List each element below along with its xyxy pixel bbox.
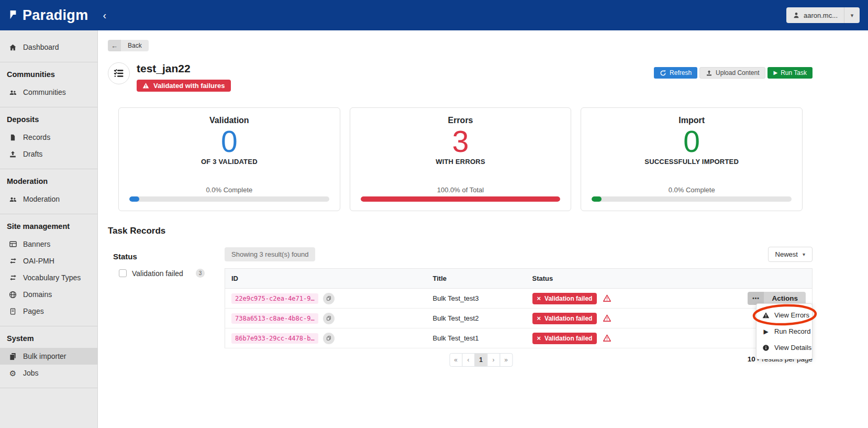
run-task-button[interactable]: ▶ Run Task: [767, 67, 813, 79]
refresh-label: Refresh: [670, 69, 692, 76]
sidebar-item-domains[interactable]: Domains: [0, 286, 97, 303]
sidebar-item-dashboard[interactable]: Dashboard: [0, 39, 97, 56]
column-header-actions: [741, 269, 812, 289]
filters-panel: Status Validation failed 3: [108, 247, 225, 369]
copy-id-button[interactable]: [323, 313, 335, 324]
menu-item-view-errors[interactable]: View Errors: [756, 307, 812, 323]
sidebar: Dashboard Communities Communities Deposi…: [0, 30, 98, 428]
sidebar-item-pages[interactable]: Pages: [0, 303, 97, 320]
copy-id-button[interactable]: [323, 333, 335, 344]
menu-item-label: View Errors: [774, 311, 809, 319]
back-arrow-icon: ←: [108, 40, 121, 51]
sidebar-item-moderation[interactable]: Moderation: [0, 191, 97, 207]
results-summary: Showing 3 result(s) found: [225, 247, 315, 261]
per-page-count-dropdown[interactable]: 10: [748, 355, 755, 363]
sidebar-item-records[interactable]: Records: [0, 129, 97, 146]
sidebar-item-bulk-importer[interactable]: Bulk importer: [0, 348, 97, 365]
record-id-link[interactable]: 86b7e933-29cc-4478-b…: [231, 333, 318, 344]
sidebar-section-moderation: Moderation: [0, 169, 97, 191]
status-label: Validation failed: [544, 315, 592, 322]
user-caret-icon[interactable]: ▾: [844, 7, 860, 23]
paradigm-logo-icon: [8, 9, 18, 21]
pagination-first-button[interactable]: «: [449, 353, 462, 367]
page-icon: [8, 307, 17, 315]
status-badge-label: Validated with failures: [153, 82, 225, 90]
import-card: Import 0 SUCCESSFULLY IMPORTED 0.0% Comp…: [581, 107, 803, 211]
status-label: Validation failed: [544, 295, 592, 302]
sidebar-item-vocabulary-types[interactable]: Vocabulary Types: [0, 269, 97, 286]
sidebar-item-communities[interactable]: Communities: [0, 84, 97, 101]
record-id-link[interactable]: 738a6513-c8ae-4b8c-9…: [231, 313, 318, 324]
table-row: 22e9c975-c2ea-4e71-9… Bulk Test_test3 ×V…: [225, 289, 813, 309]
sidebar-item-drafts[interactable]: Drafts: [0, 146, 97, 162]
pagination-page-1-button[interactable]: 1: [474, 353, 487, 367]
sidebar-item-label: OAI-PMH: [23, 257, 54, 265]
filter-validation-failed[interactable]: Validation failed 3: [119, 269, 225, 278]
warning-triangle-icon: [603, 314, 611, 322]
status-label: Validation failed: [544, 335, 592, 342]
table-header-row: ID Title Status: [225, 269, 813, 289]
x-icon: ×: [537, 295, 541, 302]
sidebar-item-label: Vocabulary Types: [23, 273, 81, 282]
back-button-label: Back: [121, 40, 149, 51]
back-button[interactable]: ← Back: [108, 40, 149, 51]
card-title: Import: [678, 116, 705, 125]
status-filter-heading: Status: [113, 252, 225, 261]
column-header-status: Status: [526, 269, 742, 289]
users-icon: [8, 195, 17, 203]
sidebar-section-site-management: Site management: [0, 214, 97, 236]
card-subtitle: OF 3 VALIDATED: [201, 158, 258, 166]
errors-count: 3: [452, 126, 469, 157]
card-subtitle: SUCCESSFULLY IMPORTED: [644, 158, 739, 166]
sort-dropdown[interactable]: Newest ▾: [768, 247, 813, 262]
brand[interactable]: Paradigm: [8, 7, 88, 24]
warning-triangle-icon: [762, 312, 770, 319]
run-task-label: Run Task: [781, 69, 807, 76]
pagination-next-button[interactable]: ›: [487, 353, 500, 367]
play-icon: ▶: [773, 70, 777, 75]
pagination-prev-button[interactable]: ‹: [462, 353, 475, 367]
divider: [0, 388, 97, 388]
record-title: Bulk Test_test2: [427, 309, 526, 328]
results-panel: Showing 3 result(s) found Newest ▾ ID Ti…: [225, 247, 813, 369]
menu-item-view-details[interactable]: View Details: [756, 339, 812, 356]
sidebar-item-label: Jobs: [23, 369, 39, 377]
upload-content-button[interactable]: Upload Content: [699, 67, 765, 79]
sidebar-item-label: Moderation: [23, 195, 60, 203]
warning-triangle-icon: [142, 82, 149, 89]
sidebar-item-label: Bulk importer: [23, 352, 66, 360]
sidebar-section-communities: Communities: [0, 62, 97, 84]
copy-id-button[interactable]: [323, 293, 335, 304]
progress-fill: [592, 196, 602, 202]
sidebar-collapse-icon[interactable]: ‹: [103, 10, 106, 20]
pagination-last-button[interactable]: »: [499, 353, 513, 367]
errors-card: Errors 3 WITH ERRORS 100.0% of Total: [350, 107, 572, 211]
banners-table-icon: [8, 240, 17, 248]
sidebar-item-label: Domains: [23, 290, 52, 299]
x-icon: ×: [537, 335, 541, 342]
card-title: Validation: [209, 116, 249, 125]
user-icon: [793, 12, 800, 19]
card-title: Errors: [448, 116, 473, 125]
table-row: 738a6513-c8ae-4b8c-9… Bulk Test_test2 ×V…: [225, 309, 813, 328]
user-menu-button[interactable]: aaron.mc... ▾: [786, 7, 860, 23]
brand-name: Paradigm: [23, 7, 88, 24]
gears-icon: ⚙: [8, 369, 17, 377]
task-list-check-icon: [108, 62, 130, 84]
sidebar-item-label: Communities: [23, 88, 66, 96]
sidebar-item-jobs[interactable]: ⚙ Jobs: [0, 365, 97, 381]
sidebar-section-deposits: Deposits: [0, 107, 97, 129]
sidebar-item-label: Dashboard: [23, 43, 59, 51]
filter-label: Validation failed: [132, 269, 183, 278]
upload-icon: [8, 150, 17, 158]
sidebar-item-label: Banners: [23, 240, 50, 248]
import-progress-bar: [592, 196, 792, 202]
record-id-link[interactable]: 22e9c975-c2ea-4e71-9…: [231, 293, 318, 304]
sidebar-item-banners[interactable]: Banners: [0, 236, 97, 253]
sidebar-item-oai-pmh[interactable]: OAI-PMH: [0, 253, 97, 269]
refresh-button[interactable]: Refresh: [654, 67, 697, 79]
validation-failed-checkbox[interactable]: [119, 269, 127, 277]
menu-item-run-record[interactable]: ▶ Run Record: [756, 323, 812, 339]
record-title: Bulk Test_test3: [427, 289, 526, 309]
refresh-icon: [660, 70, 666, 76]
